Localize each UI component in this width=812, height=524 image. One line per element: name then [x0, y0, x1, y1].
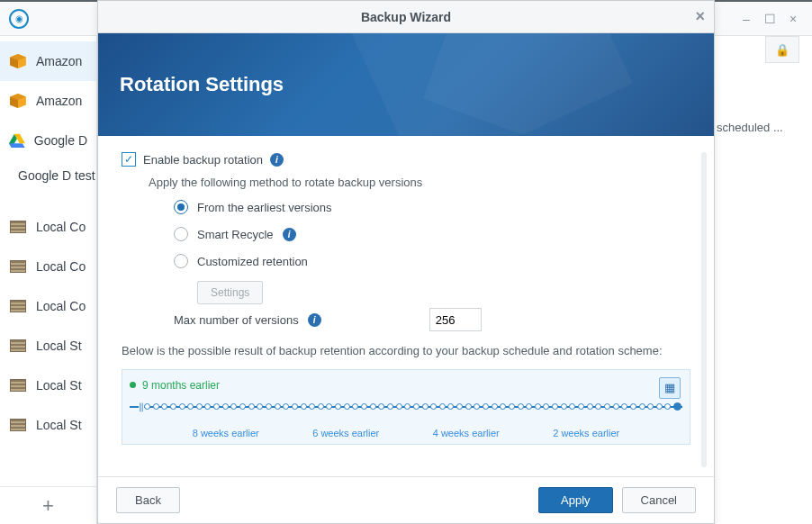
calendar-icon[interactable]: ▦: [659, 377, 681, 399]
back-button[interactable]: Back: [116, 487, 180, 513]
enable-rotation-checkbox[interactable]: ✓: [122, 152, 136, 167]
timeline-tick: 8 weeks earlier: [166, 428, 286, 438]
timeline-tick: 4 weeks earlier: [406, 428, 527, 438]
apply-method-text: Apply the following method to rotate bac…: [149, 176, 690, 189]
dialog-heading: Rotation Settings: [120, 73, 284, 96]
info-icon[interactable]: i: [270, 153, 284, 167]
timeline-earliest-label: 9 months earlier: [142, 379, 220, 392]
info-icon[interactable]: i: [308, 313, 321, 327]
backup-wizard-dialog: Backup Wizard × Rotation Settings ✓ Enab…: [97, 0, 715, 524]
enable-rotation-label: Enable backup rotation: [143, 153, 263, 167]
radio-smart-label: Smart Recycle: [197, 228, 274, 241]
retention-description: Below is the possible result of backup r…: [122, 342, 690, 360]
timeline-ticks: 8 weeks earlier 6 weeks earlier 4 weeks …: [122, 428, 690, 438]
apply-button[interactable]: Apply: [538, 487, 613, 513]
retention-settings-button: Settings: [197, 281, 263, 304]
radio-smart-recycle[interactable]: [174, 227, 188, 241]
radio-custom-label: Customized retention: [197, 255, 308, 268]
timeline-earliest-marker: [130, 382, 136, 388]
scrollbar[interactable]: [701, 152, 707, 467]
max-versions-label: Max number of versions: [174, 313, 299, 327]
max-versions-input[interactable]: [429, 308, 482, 331]
radio-customized-retention[interactable]: [174, 254, 188, 268]
timeline-dots: [144, 402, 682, 412]
dialog-footer: Back Apply Cancel: [98, 476, 714, 523]
radio-earliest-versions[interactable]: [174, 200, 188, 214]
info-icon[interactable]: i: [283, 228, 296, 241]
dialog-titlebar: Backup Wizard ×: [98, 1, 714, 33]
dialog-close-button[interactable]: ×: [695, 7, 705, 26]
retention-timeline: ▦ 9 months earlier ⦀ 8 weeks earlier 6 w…: [122, 369, 690, 445]
cancel-button[interactable]: Cancel: [622, 487, 696, 513]
dialog-banner: Rotation Settings: [98, 33, 714, 136]
timeline-tick: 6 weeks earlier: [286, 428, 407, 438]
radio-earliest-label: From the earliest versions: [197, 201, 332, 214]
dialog-title: Backup Wizard: [361, 10, 451, 24]
timeline-tick: 2 weeks earlier: [527, 428, 647, 438]
